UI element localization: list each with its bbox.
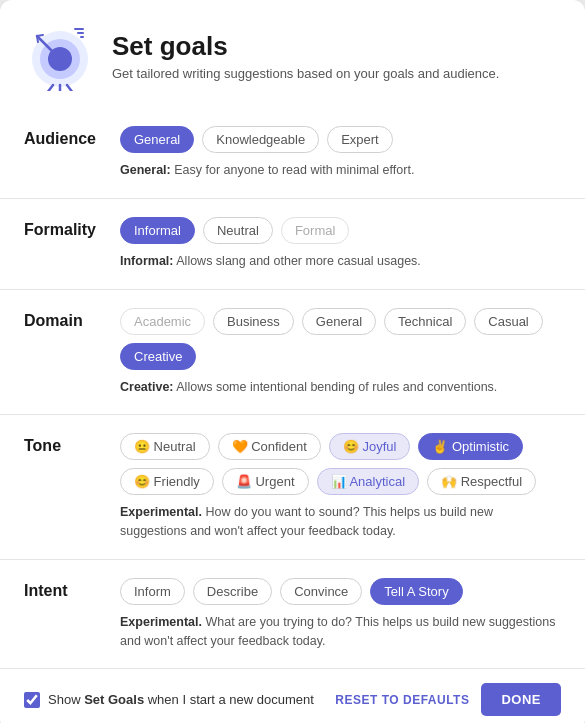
chip-optimistic[interactable]: ✌️ Optimistic: [418, 433, 523, 460]
chip-informal[interactable]: Informal: [120, 217, 195, 244]
intent-label: Intent: [24, 578, 104, 651]
svg-line-3: [47, 85, 53, 91]
chip-friendly[interactable]: 😊 Friendly: [120, 468, 214, 495]
chip-tell-a-story[interactable]: Tell A Story: [370, 578, 462, 605]
chip-analytical[interactable]: 📊 Analytical: [317, 468, 420, 495]
domain-chips: Academic Business General Technical Casu…: [120, 308, 561, 370]
chip-confident[interactable]: 🧡 Confident: [218, 433, 321, 460]
svg-line-4: [67, 85, 73, 91]
chip-formal[interactable]: Formal: [281, 217, 349, 244]
modal: Set goals Get tailored writing suggestio…: [0, 0, 585, 723]
domain-section: Domain Academic Business General Technic…: [0, 290, 585, 416]
formality-section: Formality Informal Neutral Formal Inform…: [0, 199, 585, 290]
tone-description: Experimental. How do you want to sound? …: [120, 503, 561, 541]
show-goals-checkbox[interactable]: [24, 692, 40, 708]
svg-line-8: [37, 36, 38, 42]
tone-chips: 😐 Neutral 🧡 Confident 😊 Joyful ✌️ Optimi…: [120, 433, 561, 495]
domain-label: Domain: [24, 308, 104, 397]
audience-label: Audience: [24, 126, 104, 180]
domain-description: Creative: Allows some intentional bendin…: [120, 378, 561, 397]
chip-casual[interactable]: Casual: [474, 308, 542, 335]
logo: [24, 20, 96, 92]
audience-content: General Knowledgeable Expert General: Ea…: [120, 126, 561, 180]
chip-neutral-tone[interactable]: 😐 Neutral: [120, 433, 210, 460]
chip-inform[interactable]: Inform: [120, 578, 185, 605]
intent-content: Inform Describe Convince Tell A Story Ex…: [120, 578, 561, 651]
chip-general-audience[interactable]: General: [120, 126, 194, 153]
header-text: Set goals Get tailored writing suggestio…: [112, 31, 499, 81]
checkbox-label: Show Set Goals when I start a new docume…: [48, 692, 314, 707]
intent-section: Intent Inform Describe Convince Tell A S…: [0, 560, 585, 670]
formality-label: Formality: [24, 217, 104, 271]
tone-section: Tone 😐 Neutral 🧡 Confident 😊 Joyful ✌️ O…: [0, 415, 585, 560]
footer: Show Set Goals when I start a new docume…: [0, 669, 585, 723]
checkbox-bold-text: Set Goals: [84, 692, 144, 707]
formality-chips: Informal Neutral Formal: [120, 217, 561, 244]
audience-chips: General Knowledgeable Expert: [120, 126, 561, 153]
chip-academic[interactable]: Academic: [120, 308, 205, 335]
chip-expert[interactable]: Expert: [327, 126, 393, 153]
header: Set goals Get tailored writing suggestio…: [0, 0, 585, 108]
done-button[interactable]: DONE: [481, 683, 561, 716]
chip-joyful[interactable]: 😊 Joyful: [329, 433, 411, 460]
chip-neutral-formality[interactable]: Neutral: [203, 217, 273, 244]
checkbox-area: Show Set Goals when I start a new docume…: [24, 692, 314, 708]
page-title: Set goals: [112, 31, 499, 62]
audience-section: Audience General Knowledgeable Expert Ge…: [0, 108, 585, 199]
chip-creative[interactable]: Creative: [120, 343, 196, 370]
intent-description: Experimental. What are you trying to do?…: [120, 613, 561, 651]
footer-buttons: RESET TO DEFAULTS DONE: [335, 683, 561, 716]
chip-business[interactable]: Business: [213, 308, 294, 335]
tone-content: 😐 Neutral 🧡 Confident 😊 Joyful ✌️ Optimi…: [120, 433, 561, 541]
chip-respectful[interactable]: 🙌 Respectful: [427, 468, 536, 495]
chip-general-domain[interactable]: General: [302, 308, 376, 335]
formality-content: Informal Neutral Formal Informal: Allows…: [120, 217, 561, 271]
intent-chips: Inform Describe Convince Tell A Story: [120, 578, 561, 605]
audience-description: General: Easy for anyone to read with mi…: [120, 161, 561, 180]
chip-describe[interactable]: Describe: [193, 578, 272, 605]
tone-label: Tone: [24, 433, 104, 541]
domain-content: Academic Business General Technical Casu…: [120, 308, 561, 397]
formality-description: Informal: Allows slang and other more ca…: [120, 252, 561, 271]
chip-urgent[interactable]: 🚨 Urgent: [222, 468, 309, 495]
chip-knowledgeable[interactable]: Knowledgeable: [202, 126, 319, 153]
chip-convince[interactable]: Convince: [280, 578, 362, 605]
chip-technical[interactable]: Technical: [384, 308, 466, 335]
page-subtitle: Get tailored writing suggestions based o…: [112, 66, 499, 81]
reset-button[interactable]: RESET TO DEFAULTS: [335, 693, 469, 707]
